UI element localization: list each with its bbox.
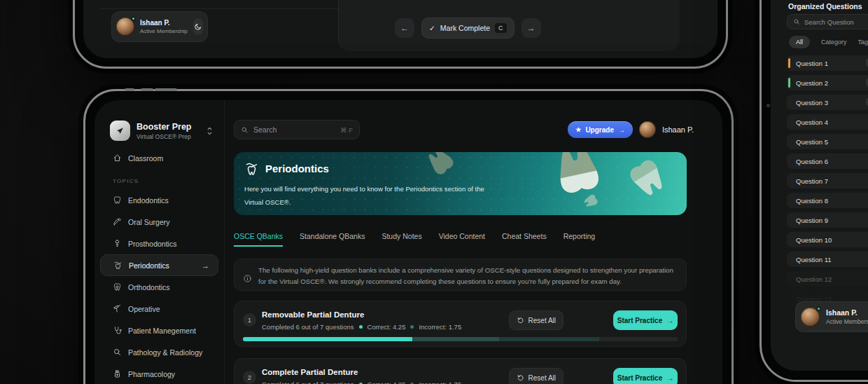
- sidebar-item-pathology-radiology[interactable]: Pathology & Radiology: [94, 341, 224, 363]
- gum-tooth-icon: [113, 261, 122, 270]
- membership-label: Active Membership: [140, 28, 188, 34]
- dark-mode-toggle[interactable]: [193, 18, 203, 35]
- sidebar-item-operative[interactable]: Operative: [94, 298, 224, 320]
- qbank-number-badge: 1: [243, 313, 256, 327]
- banner-description: Here you will find everything you need t…: [244, 183, 488, 209]
- section-tabs: OSCE QBanks Standalone QBanks Study Note…: [234, 232, 595, 247]
- device-button: [141, 88, 153, 91]
- arrow-right-icon: →: [202, 261, 209, 270]
- question-list-item[interactable]: Question 3: [787, 95, 868, 110]
- mark-complete-label: Mark Complete: [440, 24, 490, 32]
- reset-all-button[interactable]: Reset All: [509, 368, 564, 384]
- tab-study-notes[interactable]: Study Notes: [382, 232, 421, 247]
- user-card[interactable]: Ishaan P. Active Membership: [795, 301, 868, 332]
- question-search-input[interactable]: [787, 14, 868, 29]
- qbank-card: 2 Complete Partial Denture Completed 6 o…: [234, 358, 687, 384]
- user-card[interactable]: Ishaan P. Active Membership: [111, 11, 208, 42]
- online-status-dot: [816, 306, 821, 311]
- question-list-item[interactable]: Question 8: [787, 193, 868, 208]
- online-status-dot: [131, 16, 136, 21]
- check-icon: ✓: [429, 24, 435, 32]
- sidebar-item-label: Endodontics: [128, 196, 169, 205]
- sidebar-item-prosthodontics[interactable]: Prosthodontics: [94, 233, 224, 254]
- arrow-right-icon: →: [666, 374, 673, 382]
- divider: [100, 8, 338, 9]
- screenshot-canvas: Ishaan P. Active Membership ← ✓ Mark Com…: [0, 0, 868, 384]
- question-label: Question 10: [796, 236, 832, 244]
- question-list-item[interactable]: Question 6: [787, 153, 868, 169]
- question-label: Question 6: [796, 158, 828, 165]
- tab-reporting[interactable]: Reporting: [564, 232, 596, 247]
- scalpel-icon: [113, 217, 122, 226]
- reset-all-label: Reset All: [528, 374, 556, 382]
- sidebar-item-oral-surgery[interactable]: Oral Surgery: [94, 211, 224, 233]
- medicine-bottle-icon: [113, 369, 122, 378]
- tab-osce-qbanks[interactable]: OSCE QBanks: [234, 232, 283, 247]
- user-name: Ishaan P.: [662, 125, 694, 134]
- magnifier-icon: [113, 348, 122, 357]
- filter-all[interactable]: All: [789, 36, 810, 48]
- home-icon: [113, 153, 122, 163]
- tablet-frame-top: Ishaan P. Active Membership ← ✓ Mark Com…: [73, 0, 728, 69]
- sidebar-item-pharmacology[interactable]: Pharmacology: [94, 363, 224, 384]
- reset-all-label: Reset All: [528, 317, 556, 324]
- question-list-item[interactable]: Question 5: [787, 134, 868, 149]
- question-list-item[interactable]: Question 2: [787, 75, 868, 90]
- avatar[interactable]: [639, 121, 656, 138]
- sidebar-item-endodontics[interactable]: Endodontics: [94, 189, 224, 211]
- tablet-main-screen: Booster Prep Virtual OSCE® Prep Classroo…: [94, 100, 722, 384]
- tab-cheat-sheets[interactable]: Cheat Sheets: [502, 232, 547, 247]
- search-input[interactable]: ⌘ F: [234, 120, 360, 139]
- question-list-item[interactable]: Question 1: [787, 55, 868, 71]
- reset-all-button[interactable]: Reset All: [509, 310, 564, 330]
- question-label: Question 8: [796, 197, 828, 205]
- start-practice-button[interactable]: Start Practice →: [613, 368, 678, 384]
- sidebar-item-label: Patient Manegement: [128, 327, 196, 335]
- brand-switcher[interactable]: Booster Prep Virtual OSCE® Prep: [110, 121, 214, 141]
- mark-complete-button[interactable]: ✓ Mark Complete C: [421, 18, 514, 39]
- user-name: Ishaan P.: [140, 19, 188, 28]
- question-list-item[interactable]: Question 12: [787, 271, 868, 287]
- lesson-footer-panel: ← ✓ Mark Complete C →: [338, 0, 680, 51]
- qbank-correct-text: Correct: 4.25: [368, 380, 406, 384]
- next-question-button[interactable]: →: [522, 18, 541, 38]
- booster-prep-app: Booster Prep Virtual OSCE® Prep Classroo…: [94, 100, 722, 384]
- sidebar-item-label: Periodontics: [129, 261, 169, 270]
- question-list-item[interactable]: Question 7: [787, 173, 868, 188]
- search-icon: [241, 126, 248, 134]
- filter-tag[interactable]: Tag: [858, 36, 868, 48]
- sidebar-item-orthodontics[interactable]: Orthodontics: [94, 276, 224, 298]
- upgrade-button[interactable]: ★ Upgrade →: [568, 121, 633, 138]
- device-button: [125, 88, 134, 91]
- topics-list: Endodontics Oral Surgery Prosthodontics: [94, 189, 224, 384]
- progress-incorrect-segment: [412, 337, 499, 341]
- sidebar-item-periodontics[interactable]: Periodontics →: [100, 254, 218, 276]
- question-list-item[interactable]: Question 11: [787, 252, 868, 267]
- sidebar-item-label: Operative: [128, 305, 160, 313]
- reset-icon: [517, 317, 524, 324]
- question-search-field[interactable]: [804, 18, 868, 26]
- star-icon: ★: [575, 126, 581, 133]
- previous-question-button[interactable]: ←: [395, 18, 414, 38]
- start-practice-button[interactable]: Start Practice →: [613, 310, 678, 330]
- sidebar-item-classroom[interactable]: Classroom: [113, 153, 163, 163]
- rocket-logo-icon: [110, 121, 130, 141]
- implant-icon: [113, 239, 122, 248]
- tab-standalone-qbanks[interactable]: Standalone QBanks: [300, 232, 365, 247]
- incorrect-dot: [410, 325, 414, 329]
- sidebar-item-patient-management[interactable]: Patient Manegement: [94, 320, 224, 341]
- question-list-item[interactable]: Question 10: [787, 232, 868, 247]
- correct-dot: [359, 325, 363, 329]
- qbank-completed-text: Completed 6 out of 7 questions: [262, 323, 354, 331]
- question-filters: All Category Tag: [789, 36, 868, 48]
- question-label: Question 9: [796, 217, 828, 224]
- question-list-item[interactable]: Question 9: [787, 212, 868, 228]
- search-field[interactable]: [253, 125, 335, 134]
- tablet-right-screen: Organized Questions All Category Tag Que…: [771, 0, 868, 371]
- question-list-item[interactable]: Question 4: [787, 114, 868, 130]
- question-status-accent: [788, 78, 790, 88]
- sidebar-item-label: Pathology & Radiology: [128, 348, 202, 357]
- start-practice-label: Start Practice: [617, 374, 662, 382]
- tab-video-content[interactable]: Video Content: [439, 232, 485, 247]
- filter-category[interactable]: Category: [821, 36, 847, 48]
